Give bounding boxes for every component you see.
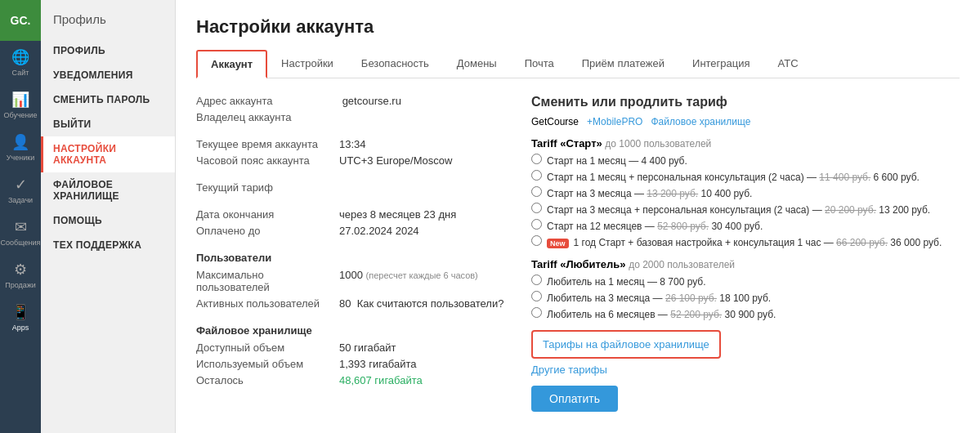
tariff-group-start: Tariff «Старт» до 1000 пользователей Ста… <box>531 137 960 248</box>
used-row: Используемый объем 1,393 гигабайта <box>196 358 507 370</box>
content-left: Адрес аккаунта getcourse.ru Владелец акк… <box>196 95 507 412</box>
sidebar-item-profile[interactable]: ПРОФИЛЬ <box>41 38 175 63</box>
sidebar-icon-sales[interactable]: ⚙ Продажи <box>0 253 41 296</box>
tariff-panel-title: Сменить или продлить тариф <box>531 95 960 109</box>
site-icon: 🌐 <box>11 48 29 66</box>
tab-pbx[interactable]: АТС <box>764 50 812 78</box>
content-right: Сменить или продлить тариф GetCourse +Mo… <box>531 95 960 412</box>
tariff-amateur-radio-2[interactable] <box>531 291 542 301</box>
end-date-value: через 8 месяцев 23 дня <box>339 208 456 221</box>
account-owner-row: Владелец аккаунта <box>196 111 507 123</box>
sidebar-item-file-storage[interactable]: ФАЙЛОВОЕ ХРАНИЛИЩЕ <box>41 172 175 208</box>
end-date-row: Дата окончания через 8 месяцев 23 дня <box>196 208 507 221</box>
end-date-section: Дата окончания через 8 месяцев 23 дня Оп… <box>196 208 507 237</box>
available-label: Доступный объем <box>196 341 339 354</box>
active-users-link[interactable]: Как считаются пользователи? <box>357 297 504 310</box>
tariff-other-link[interactable]: Другие тарифы <box>531 364 960 376</box>
sidebar-icon-site[interactable]: 🌐 Сайт <box>0 41 41 83</box>
tariff-start-radio-5[interactable] <box>531 219 542 230</box>
current-time-label: Текущее время аккаунта <box>196 138 339 150</box>
tariff-start-option-6: New 1 год Старт + базовая настройка + ко… <box>531 235 960 248</box>
tariff-start-radio-6[interactable] <box>531 235 542 246</box>
sidebar-item-notifications[interactable]: УВЕДОМЛЕНИЯ <box>41 63 175 87</box>
tab-integration[interactable]: Интеграция <box>678 50 764 78</box>
tariff-amateur-option-1: Любитель на 1 месяц — 8 700 руб. <box>531 275 960 288</box>
active-users-row: Активных пользователей 80 Как считаются … <box>196 297 507 310</box>
tariff-amateur-radio-1[interactable] <box>531 275 542 285</box>
tariff-current-section: Текущий тариф <box>196 181 507 194</box>
current-time-row: Текущее время аккаунта 13:34 <box>196 138 507 150</box>
icon-sidebar: GC. 🌐 Сайт 📊 Обучение 👤 Ученики ✓ Задачи… <box>0 0 41 433</box>
sidebar-icon-students[interactable]: 👤 Ученики <box>0 126 41 168</box>
nav-sidebar-title: Профиль <box>41 12 175 38</box>
sidebar-item-help[interactable]: ПОМОЩЬ <box>41 208 175 233</box>
tab-settings[interactable]: Настройки <box>267 50 347 78</box>
max-users-row: Максимально пользователей 1000 (пересчет… <box>196 269 507 293</box>
sidebar-icon-messages[interactable]: ✉ Сообщения <box>0 211 41 253</box>
available-value: 50 гигабайт <box>339 341 396 354</box>
learning-icon: 📊 <box>11 91 29 109</box>
max-users-value: 1000 (пересчет каждые 6 часов) <box>339 269 478 281</box>
pay-button[interactable]: Оплатить <box>531 386 618 412</box>
apps-icon: 📱 <box>11 303 29 321</box>
sidebar-item-change-password[interactable]: СМЕНИТЬ ПАРОЛЬ <box>41 87 175 112</box>
sidebar-icon-tasks[interactable]: ✓ Задачи <box>0 168 41 211</box>
timezone-value: UTC+3 Europe/Moscow <box>339 154 452 167</box>
used-label[interactable]: Используемый объем <box>196 358 339 370</box>
tariff-link-mobile-pro[interactable]: +MobilePRO <box>587 116 642 127</box>
tariff-amateur-radio-3[interactable] <box>531 307 542 318</box>
tab-security[interactable]: Безопасность <box>347 50 443 78</box>
sidebar-icon-apps[interactable]: 📱 Apps <box>0 296 41 338</box>
used-value: 1,393 гигабайта <box>339 358 417 370</box>
tabs-bar: Аккаунт Настройки Безопасность Домены По… <box>196 50 960 78</box>
tab-account[interactable]: Аккаунт <box>196 50 267 78</box>
tariff-file-storage-link[interactable]: Тарифы на файловое хранилище <box>531 330 721 359</box>
tariff-start-radio-2[interactable] <box>531 170 542 181</box>
remaining-value: 48,607 гигабайта <box>339 374 423 386</box>
paid-until-row: Оплачено до 27.02.2024 2024 <box>196 225 507 237</box>
paid-until-label: Оплачено до <box>196 225 339 237</box>
sidebar-item-account-settings[interactable]: НАСТРОЙКИ АККАУНТА <box>41 136 175 172</box>
page-title: Настройки аккаунта <box>196 16 960 38</box>
storage-section-title: Файловое хранилище <box>196 324 507 337</box>
tariff-amateur-option-3: Любитель на 6 месяцев — 52 200 руб. 30 9… <box>531 307 960 320</box>
end-date-label: Дата окончания <box>196 208 339 221</box>
logo[interactable]: GC. <box>0 0 41 41</box>
nav-sidebar: Профиль ПРОФИЛЬ УВЕДОМЛЕНИЯ СМЕНИТЬ ПАРО… <box>41 0 176 433</box>
tariff-link-file-storage[interactable]: Файловое хранилище <box>651 116 750 127</box>
tariff-start-radio-1[interactable] <box>531 154 542 164</box>
tariff-group-amateur: Tariff «Любитель» до 2000 пользователей … <box>531 258 960 320</box>
account-owner-label: Владелец аккаунта <box>196 111 339 123</box>
tariff-provider: GetCourse <box>531 116 579 127</box>
tariff-start-radio-3[interactable] <box>531 186 542 197</box>
new-badge: New <box>547 239 569 248</box>
tariff-start-radio-4[interactable] <box>531 203 542 213</box>
tab-domains[interactable]: Домены <box>443 50 511 78</box>
sidebar-item-logout[interactable]: ВЫЙТИ <box>41 112 175 136</box>
max-users-note: (пересчет каждые 6 часов) <box>366 270 478 280</box>
current-tariff-label: Текущий тариф <box>196 181 339 194</box>
tab-payments[interactable]: Приём платежей <box>568 50 678 78</box>
max-users-label: Максимально пользователей <box>196 269 339 293</box>
available-row: Доступный объем 50 гигабайт <box>196 341 507 354</box>
time-section: Текущее время аккаунта 13:34 Часовой поя… <box>196 138 507 167</box>
account-address-value: getcourse.ru <box>339 95 401 107</box>
tasks-icon: ✓ <box>15 176 27 194</box>
sidebar-icon-learning[interactable]: 📊 Обучение <box>0 83 41 126</box>
account-address-section: Адрес аккаунта getcourse.ru Владелец акк… <box>196 95 507 123</box>
account-address-link[interactable]: getcourse.ru <box>342 95 401 107</box>
tab-mail[interactable]: Почта <box>511 50 568 78</box>
paid-until-value: 27.02.2024 2024 <box>339 225 419 237</box>
account-address-row: Адрес аккаунта getcourse.ru <box>196 95 507 107</box>
tariff-start-option-5: Старт на 12 месяцев — 52 800 руб. 30 400… <box>531 219 960 232</box>
tariff-group-start-title: Tariff «Старт» до 1000 пользователей <box>531 137 960 150</box>
tariff-group-amateur-title: Tariff «Любитель» до 2000 пользователей <box>531 258 960 270</box>
sales-icon: ⚙ <box>14 261 27 279</box>
timezone-label: Часовой пояс аккаунта <box>196 154 339 167</box>
active-users-value: 80 Как считаются пользователи? <box>339 297 503 310</box>
remaining-row: Осталось 48,607 гигабайта <box>196 374 507 386</box>
sidebar-item-tech-support[interactable]: ТЕХ ПОДДЕРЖКА <box>41 233 175 257</box>
content-columns: Адрес аккаунта getcourse.ru Владелец акк… <box>196 95 960 412</box>
active-users-label: Активных пользователей <box>196 297 339 310</box>
students-icon: 👤 <box>11 133 29 151</box>
